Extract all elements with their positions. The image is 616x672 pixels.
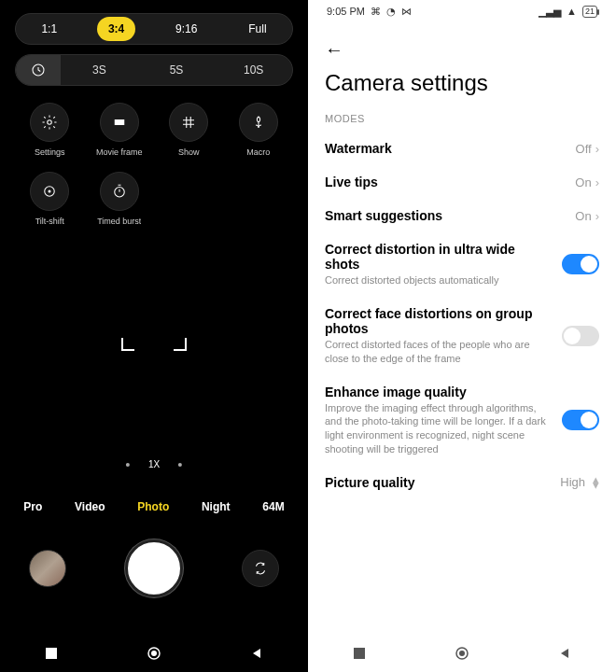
timer-10s[interactable]: 10S (215, 63, 292, 77)
alarm-icon: ◔ (386, 6, 396, 18)
timedburst-icon (111, 183, 128, 200)
row-title: Smart suggestions (325, 208, 566, 223)
row-face-distortion[interactable]: Correct face distortions on group photos… (308, 297, 616, 375)
nav-home-icon[interactable] (455, 646, 469, 661)
timer-selector[interactable]: 3S 5S 10S (15, 54, 293, 86)
mode-photo[interactable]: Photo (137, 500, 169, 513)
row-enhance[interactable]: Enhance image quality Improve the imagin… (308, 375, 616, 466)
timer-icon[interactable] (16, 54, 61, 86)
toggle-face[interactable] (562, 326, 599, 346)
status-time: 9:05 PM (327, 6, 365, 17)
back-button[interactable]: ← (325, 39, 343, 60)
row-title: Picture quality (325, 475, 551, 490)
chevron-right-icon: › (595, 209, 599, 223)
mode-64m[interactable]: 64M (262, 500, 284, 513)
quick-label: Movie frame (96, 147, 143, 157)
quick-gridlines[interactable]: Show (154, 103, 224, 157)
gallery-thumbnail[interactable] (29, 550, 66, 587)
row-subtitle: Improve the imaging effect through algor… (325, 401, 553, 456)
quick-actions: Settings Movie frame Show Macro Tilt-shi… (15, 103, 293, 226)
macro-icon (250, 114, 267, 131)
row-value: On (575, 209, 591, 223)
toggle-enhance[interactable] (562, 410, 599, 430)
svg-point-1 (48, 120, 52, 125)
row-livetips[interactable]: Live tips On › (308, 165, 616, 199)
row-value: On (575, 175, 591, 189)
nav-recent-icon[interactable] (353, 647, 366, 660)
svg-rect-9 (354, 648, 365, 659)
section-header: MODES (308, 107, 616, 132)
nav-recent-icon[interactable] (45, 647, 58, 660)
quick-label: Macro (246, 147, 270, 157)
shutter-row (0, 539, 308, 597)
row-title: Correct face distortions on group photos (325, 306, 553, 336)
aspect-ratio-selector[interactable]: 1:1 3:4 9:16 Full (15, 13, 293, 45)
mode-pro[interactable]: Pro (23, 500, 42, 513)
system-nav (308, 635, 616, 672)
mode-night[interactable]: Night (202, 500, 231, 513)
svg-point-4 (49, 190, 51, 193)
page-title: Camera settings (308, 68, 616, 107)
aspect-full[interactable]: Full (237, 17, 277, 41)
toggle-wide[interactable] (562, 254, 599, 274)
aspect-9-16[interactable]: 9:16 (164, 17, 208, 41)
sort-icon: ▴▾ (593, 477, 599, 488)
timer-3s[interactable]: 3S (61, 63, 138, 77)
svg-rect-2 (115, 119, 125, 125)
chevron-right-icon: › (595, 142, 599, 156)
zoom-tele-dot[interactable] (178, 463, 182, 467)
row-title: Correct distortion in ultra wide shots (325, 242, 553, 272)
quick-macro[interactable]: Macro (224, 103, 294, 157)
system-nav (0, 635, 308, 672)
mode-selector[interactable]: Pro Video Photo Night 64M (0, 500, 308, 513)
quick-settings[interactable]: Settings (15, 103, 85, 157)
quick-label: Tilt-shift (35, 217, 64, 226)
battery-icon: 21 (582, 6, 597, 18)
row-subtitle: Correct distorted objects automatically (325, 273, 553, 287)
timer-5s[interactable]: 5S (138, 63, 216, 77)
zoom-wide-dot[interactable] (126, 463, 130, 467)
row-value: High (560, 475, 585, 489)
row-picture-quality[interactable]: Picture quality High ▴▾ (308, 466, 616, 499)
nav-back-icon[interactable] (250, 647, 263, 660)
game-icon: ⌘ (371, 6, 381, 18)
svg-point-8 (151, 651, 157, 656)
tiltshift-icon (41, 183, 58, 200)
focus-indicator (121, 338, 187, 366)
status-bar: 9:05 PM ⌘ ◔ ⋈ ▁▃▅ ▲ 21 (308, 0, 616, 22)
row-watermark[interactable]: Watermark Off › (308, 132, 616, 165)
svg-point-11 (459, 651, 465, 656)
quick-label: Show (178, 147, 200, 157)
row-smart[interactable]: Smart suggestions On › (308, 199, 616, 232)
wifi-icon: ▲ (567, 6, 577, 17)
row-title: Live tips (325, 175, 566, 189)
svg-rect-6 (46, 648, 57, 659)
grid-icon (180, 114, 197, 131)
gear-icon (41, 114, 58, 131)
quick-timedburst[interactable]: Timed burst (85, 172, 155, 226)
nav-home-icon[interactable] (147, 646, 161, 661)
quick-movieframe[interactable]: Movie frame (85, 103, 155, 157)
movieframe-icon (111, 114, 128, 131)
quick-tiltshift[interactable]: Tilt-shift (15, 172, 85, 226)
shutter-button[interactable] (125, 539, 183, 597)
quick-label: Settings (35, 147, 65, 157)
signal-icon: ▁▃▅ (539, 6, 561, 18)
zoom-selector[interactable]: 1X (126, 459, 182, 469)
aspect-1-1[interactable]: 1:1 (30, 17, 68, 41)
camera-app: 1:1 3:4 9:16 Full 3S 5S 10S Settings Mov… (0, 0, 308, 672)
row-title: Watermark (325, 141, 567, 156)
row-subtitle: Correct distorted faces of the people wh… (325, 338, 553, 366)
swap-camera-icon (252, 560, 269, 577)
row-wide-distortion[interactable]: Correct distortion in ultra wide shots C… (308, 232, 616, 297)
switch-camera-button[interactable] (242, 550, 279, 587)
chevron-right-icon: › (595, 175, 599, 189)
zoom-value[interactable]: 1X (148, 459, 160, 469)
mode-video[interactable]: Video (75, 500, 105, 513)
quick-label: Timed burst (97, 217, 141, 226)
row-title: Enhance image quality (325, 385, 553, 399)
nav-back-icon[interactable] (558, 647, 571, 660)
aspect-3-4[interactable]: 3:4 (97, 17, 135, 41)
row-value: Off (576, 142, 592, 156)
cast-icon: ⋈ (401, 6, 412, 18)
